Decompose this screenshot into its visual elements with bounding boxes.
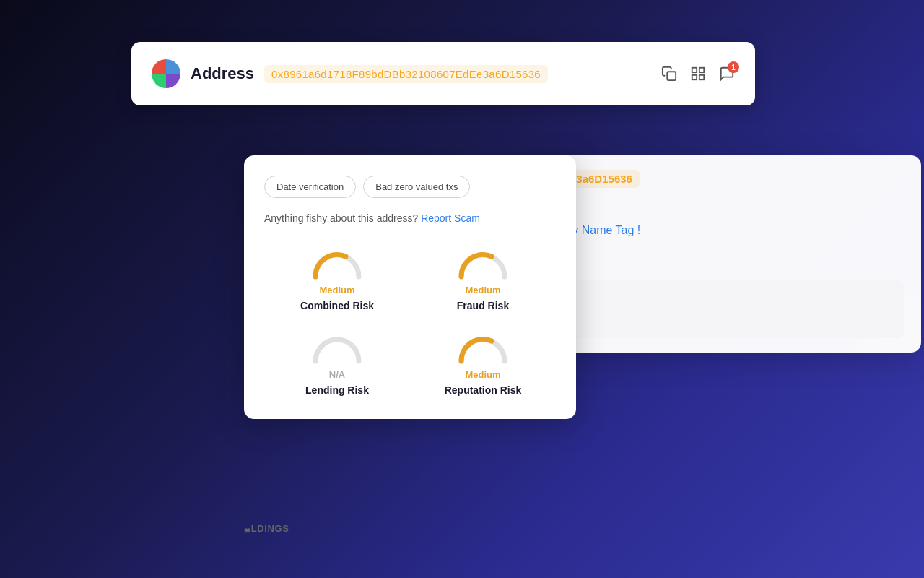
risk-level-combined: Medium xyxy=(319,285,354,296)
risk-name-lending: Lending Risk xyxy=(305,384,369,396)
partial-hash: e3a6D15636 xyxy=(563,170,904,210)
holdings-label: ❠LDINGS xyxy=(244,522,289,535)
address-label: Address xyxy=(191,64,254,83)
risk-item-reputation: Medium Reputation Risk xyxy=(410,329,556,396)
svg-rect-4 xyxy=(699,75,704,79)
gauge-combined xyxy=(308,244,366,280)
address-icons: 1 xyxy=(661,66,735,82)
gauge-fraud xyxy=(454,244,512,280)
grid-icon[interactable] xyxy=(690,66,706,82)
svg-rect-1 xyxy=(692,68,697,72)
tags-row: Date verification Bad zero valued txs xyxy=(264,176,556,198)
risk-level-reputation: Medium xyxy=(465,369,500,380)
svg-rect-2 xyxy=(699,68,704,72)
risk-name-reputation: Reputation Risk xyxy=(445,384,522,396)
report-row: Anything fishy about this address? Repor… xyxy=(264,212,556,224)
risk-dropdown-panel: Date verification Bad zero valued txs An… xyxy=(244,155,576,419)
tag-bad-zero-txs[interactable]: Bad zero valued txs xyxy=(363,176,470,198)
notification-badge: 1 xyxy=(728,61,739,73)
svg-rect-0 xyxy=(667,72,676,80)
report-scam-link[interactable]: Report Scam xyxy=(421,212,480,224)
risk-name-combined: Combined Risk xyxy=(300,300,374,311)
avatar xyxy=(152,59,180,88)
risk-item-combined: Medium Combined Risk xyxy=(264,244,410,311)
gauge-reputation xyxy=(454,329,512,365)
comment-icon[interactable]: 1 xyxy=(719,66,735,82)
address-hash: 0x8961a6d1718F89bdDBb32108607EdEe3a6D156… xyxy=(264,65,548,83)
risk-grid: Medium Combined Risk Medium Fraud Risk xyxy=(264,244,556,396)
risk-item-lending: N/A Lending Risk xyxy=(264,329,410,396)
svg-rect-3 xyxy=(692,75,697,79)
risk-level-lending: N/A xyxy=(329,369,345,380)
gauge-lending xyxy=(308,329,366,365)
risk-name-fraud: Fraud Risk xyxy=(457,300,509,311)
risk-item-fraud: Medium Fraud Risk xyxy=(410,244,556,311)
copy-icon[interactable] xyxy=(661,66,677,82)
report-text: Anything fishy about this address? xyxy=(264,212,418,224)
address-card: Address 0x8961a6d1718F89bdDBb32108607EdE… xyxy=(131,42,755,105)
right-peek-panel: e3a6D15636 My Name Tag ! xyxy=(546,155,921,353)
risk-level-fraud: Medium xyxy=(465,285,500,296)
tag-date-verification[interactable]: Date verification xyxy=(264,176,356,198)
